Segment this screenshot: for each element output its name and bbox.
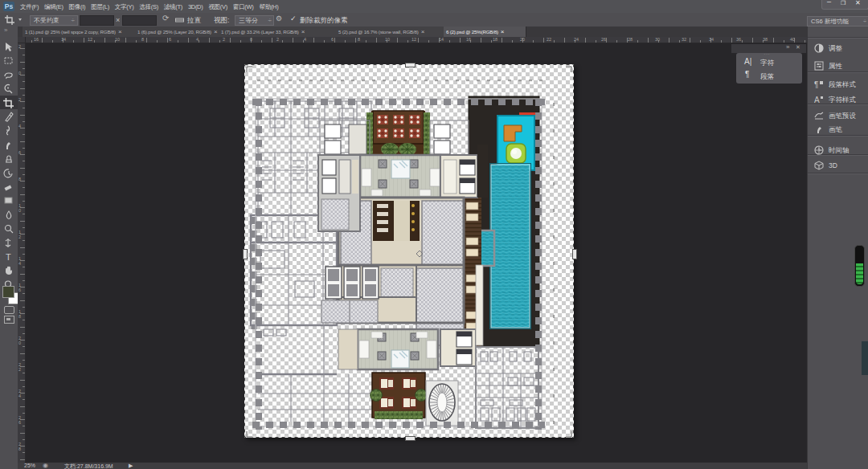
svg-text:¶: ¶ (814, 80, 818, 89)
svg-text:A: A (814, 96, 820, 104)
svg-text:T: T (6, 252, 11, 262)
